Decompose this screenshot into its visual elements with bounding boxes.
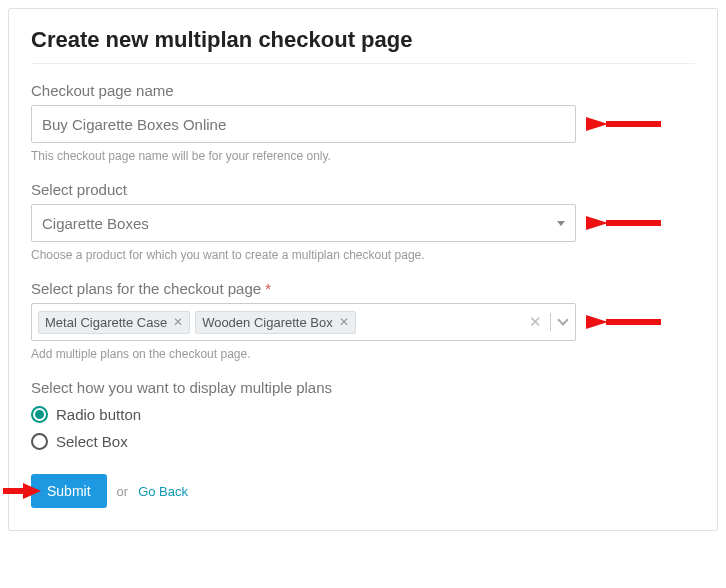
radio-icon: [31, 433, 48, 450]
row-plans: Metal Cigarette Case ✕ Wooden Cigarette …: [31, 303, 695, 341]
group-page-name: Checkout page name This checkout page na…: [31, 82, 695, 163]
form-card: Create new multiplan checkout page Check…: [8, 8, 718, 531]
tag-label: Metal Cigarette Case: [45, 315, 167, 330]
required-indicator: *: [265, 280, 271, 297]
svg-marker-7: [23, 483, 41, 499]
chevron-down-icon[interactable]: [557, 314, 568, 325]
divider: [550, 313, 551, 331]
select-product[interactable]: Cigarette Boxes: [31, 204, 576, 242]
radio-label: Select Box: [56, 433, 128, 450]
helper-plans: Add multiple plans on the checkout page.: [31, 347, 695, 361]
wrap-plans: Metal Cigarette Case ✕ Wooden Cigarette …: [31, 303, 576, 341]
input-page-name[interactable]: [31, 105, 576, 143]
label-plans-text: Select plans for the checkout page: [31, 280, 261, 297]
go-back-link[interactable]: Go Back: [138, 484, 188, 499]
tag-label: Wooden Cigarette Box: [202, 315, 333, 330]
tag-remove-icon[interactable]: ✕: [339, 315, 349, 329]
annotation-arrow-icon: [586, 213, 666, 233]
row-page-name: [31, 105, 695, 143]
radio-icon: [31, 406, 48, 423]
label-display: Select how you want to display multiple …: [31, 379, 695, 396]
svg-marker-0: [586, 117, 608, 131]
multiselect-plans[interactable]: Metal Cigarette Case ✕ Wooden Cigarette …: [31, 303, 576, 341]
helper-product: Choose a product for which you want to c…: [31, 248, 695, 262]
tag-plan: Wooden Cigarette Box ✕: [195, 311, 356, 334]
group-display: Select how you want to display multiple …: [31, 379, 695, 450]
page-title: Create new multiplan checkout page: [31, 27, 695, 64]
wrap-product: Cigarette Boxes: [31, 204, 576, 242]
tag-remove-icon[interactable]: ✕: [173, 315, 183, 329]
helper-page-name: This checkout page name will be for your…: [31, 149, 695, 163]
label-page-name: Checkout page name: [31, 82, 695, 99]
svg-marker-4: [586, 315, 608, 329]
svg-rect-1: [606, 121, 661, 127]
tag-plan: Metal Cigarette Case ✕: [38, 311, 190, 334]
or-text: or: [117, 484, 129, 499]
svg-rect-6: [3, 488, 25, 494]
form-footer: Submit or Go Back: [31, 474, 695, 508]
annotation-arrow-icon: [586, 114, 666, 134]
wrap-page-name: [31, 105, 576, 143]
annotation-arrow-icon: [3, 481, 41, 501]
clear-all-icon[interactable]: ✕: [529, 313, 542, 331]
radio-label: Radio button: [56, 406, 141, 423]
svg-rect-3: [606, 220, 661, 226]
multiselect-controls: ✕: [529, 304, 567, 340]
row-product: Cigarette Boxes: [31, 204, 695, 242]
radio-option-select-box[interactable]: Select Box: [31, 433, 695, 450]
label-product: Select product: [31, 181, 695, 198]
svg-marker-2: [586, 216, 608, 230]
select-product-value: Cigarette Boxes: [42, 215, 149, 232]
label-plans: Select plans for the checkout page *: [31, 280, 695, 297]
group-plans: Select plans for the checkout page * Met…: [31, 280, 695, 361]
group-product: Select product Cigarette Boxes Choose a …: [31, 181, 695, 262]
radio-option-radio-button[interactable]: Radio button: [31, 406, 695, 423]
annotation-arrow-icon: [586, 312, 666, 332]
submit-button[interactable]: Submit: [31, 474, 107, 508]
svg-rect-5: [606, 319, 661, 325]
caret-down-icon: [557, 221, 565, 226]
